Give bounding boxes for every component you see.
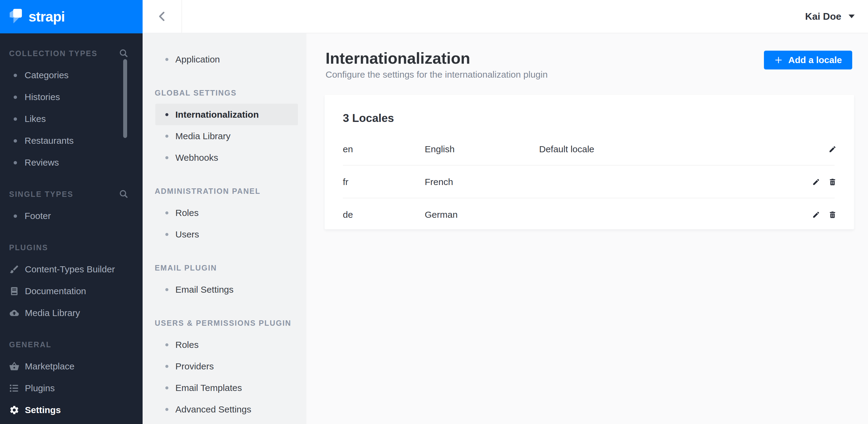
edit-locale-button[interactable]: [828, 145, 837, 154]
subnav-item-email-templates[interactable]: Email Templates: [143, 377, 306, 398]
sidebar-item-content-types-builder[interactable]: Content-Types Builder: [0, 258, 143, 280]
bullet-icon: [14, 139, 17, 142]
sidebar-section-header: PLUGINS: [0, 241, 143, 254]
sidebar-section-collection-types: COLLECTION TYPES Categories Histories Li…: [0, 47, 143, 173]
sidebar-scrollbar-thumb[interactable]: [123, 59, 127, 138]
edit-locale-button[interactable]: [812, 210, 821, 219]
sidebar-item-label: Settings: [25, 405, 61, 415]
strapi-admin-app: strapi COLLECTION TYPES Categories Histo…: [0, 0, 868, 424]
topbar: Kai Doe: [143, 0, 868, 33]
chevron-left-icon: [156, 11, 168, 22]
subnav-item-label: Media Library: [175, 131, 230, 141]
sidebar-item-label: Restaurants: [25, 136, 74, 146]
add-locale-button[interactable]: Add a locale: [764, 51, 852, 69]
subnav-section-email-plugin: EMAIL PLUGIN Email Settings: [143, 257, 306, 300]
search-icon[interactable]: [119, 189, 129, 199]
locale-name: French: [425, 177, 539, 187]
user-menu[interactable]: Kai Doe: [805, 0, 855, 33]
section-label: SINGLE TYPES: [9, 190, 119, 199]
subnav-item-users[interactable]: Users: [143, 224, 306, 245]
edit-icon: [812, 211, 820, 219]
table-row-fr: fr French: [324, 166, 854, 198]
subnav-item-application[interactable]: Application: [143, 48, 306, 70]
sidebar-section-plugins: PLUGINS Content-Types Builder Documentat…: [0, 241, 143, 324]
strapi-logo-icon: [9, 8, 23, 25]
sidebar-item-label: Content-Types Builder: [25, 264, 115, 274]
bullet-icon: [165, 233, 168, 236]
sidebar-item-documentation[interactable]: Documentation: [0, 280, 143, 302]
main-content: Internationalization Configure the setti…: [306, 33, 868, 424]
section-label: GENERAL: [9, 340, 129, 349]
subnav-item-label: Email Settings: [175, 285, 234, 295]
plus-icon: [774, 56, 783, 64]
sidebar-item-label: Histories: [25, 92, 60, 102]
subnav-item-label: Webhooks: [175, 153, 218, 163]
row-actions: [812, 210, 837, 219]
subnav-item-media-library[interactable]: Media Library: [143, 125, 306, 147]
subnav-item-internationalization[interactable]: Internationalization: [155, 104, 298, 125]
cloud-upload-icon: [8, 307, 21, 319]
sidebar-item-restaurants[interactable]: Restaurants: [0, 130, 143, 152]
sidebar-item-label: Footer: [25, 211, 51, 221]
bullet-icon: [165, 156, 168, 159]
chevron-down-icon: [848, 14, 855, 18]
sidebar-item-label: Plugins: [25, 383, 55, 393]
subnav-section-label: ADMINISTRATION PANEL: [143, 181, 306, 202]
subnav-section-label: GLOBAL SETTINGS: [143, 82, 306, 104]
sidebar-section-header: COLLECTION TYPES: [0, 47, 143, 60]
page-subtitle: Configure the settings for the internati…: [326, 69, 852, 80]
bullet-icon: [14, 74, 17, 77]
bullet-icon: [165, 135, 168, 138]
bullet-icon: [165, 386, 168, 389]
edit-icon: [812, 178, 820, 186]
subnav-item-up-roles[interactable]: Roles: [143, 334, 306, 355]
edit-locale-button[interactable]: [812, 177, 821, 187]
subnav-section-users-permissions-plugin: USERS & PERMISSIONS PLUGIN Roles Provide…: [143, 313, 306, 420]
delete-locale-button[interactable]: [828, 177, 837, 187]
gear-icon: [8, 404, 21, 416]
subnav-item-label: Advanced Settings: [175, 404, 251, 415]
trash-icon: [829, 178, 836, 186]
subnav-item-label: Users: [175, 229, 199, 239]
sidebar-item-reviews[interactable]: Reviews: [0, 152, 143, 173]
sidebar-item-likes[interactable]: Likes: [0, 108, 143, 130]
subnav-item-advanced-settings[interactable]: Advanced Settings: [143, 398, 306, 420]
sidebar-section-general: GENERAL Marketplace Plugins Settings: [0, 338, 143, 421]
strapi-logo-text: strapi: [29, 8, 65, 25]
sidebar-section-single-types: SINGLE TYPES Footer: [0, 188, 143, 227]
sidebar-item-categories[interactable]: Categories: [0, 64, 143, 86]
row-actions: [828, 145, 837, 154]
bullet-icon: [14, 96, 17, 99]
subnav-item-providers[interactable]: Providers: [143, 355, 306, 377]
subnav-item-label: Roles: [175, 340, 199, 350]
user-name: Kai Doe: [805, 11, 841, 22]
sidebar-item-marketplace[interactable]: Marketplace: [0, 355, 143, 377]
subnav-item-label: Email Templates: [175, 383, 242, 393]
trash-icon: [829, 211, 836, 219]
strapi-logo[interactable]: strapi: [0, 0, 143, 33]
back-button[interactable]: [143, 0, 182, 33]
sidebar-item-footer[interactable]: Footer: [0, 205, 143, 227]
sidebar-item-settings[interactable]: Settings: [0, 399, 143, 421]
sidebar-item-histories[interactable]: Histories: [0, 86, 143, 108]
sidebar-item-label: Documentation: [25, 286, 86, 296]
bullet-icon: [165, 211, 168, 215]
delete-locale-button[interactable]: [828, 210, 837, 219]
sidebar-nav: COLLECTION TYPES Categories Histories Li…: [0, 33, 143, 421]
subnav-item-roles[interactable]: Roles: [143, 202, 306, 224]
sidebar-item-media-library[interactable]: Media Library: [0, 302, 143, 324]
list-icon: [8, 383, 21, 394]
basket-icon: [8, 361, 21, 372]
locale-name: German: [425, 209, 539, 220]
subnav-item-label: Roles: [175, 208, 199, 218]
locale-code: de: [343, 209, 425, 220]
search-icon[interactable]: [119, 48, 129, 58]
locales-card: 3 Locales en English Default locale fr F…: [324, 95, 854, 229]
subnav-item-email-settings[interactable]: Email Settings: [143, 279, 306, 300]
sidebar-item-plugins[interactable]: Plugins: [0, 377, 143, 399]
subnav-item-label: Internationalization: [175, 109, 259, 120]
bullet-icon: [165, 113, 168, 116]
subnav-item-webhooks[interactable]: Webhooks: [143, 147, 306, 168]
subnav-section-label: USERS & PERMISSIONS PLUGIN: [143, 313, 306, 334]
locales-card-title: 3 Locales: [324, 95, 854, 125]
